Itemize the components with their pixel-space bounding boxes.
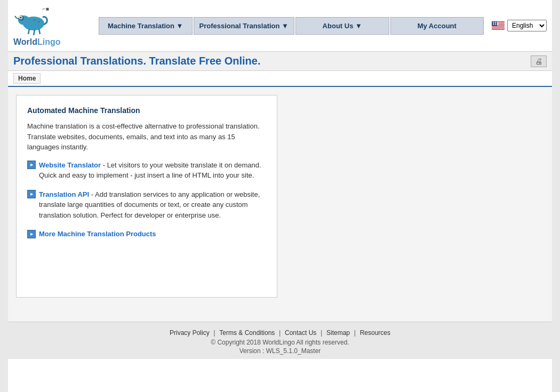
- arrow-icon-3: [27, 230, 36, 238]
- main-content: Automated Machine Translation Machine tr…: [8, 87, 552, 322]
- footer-links: Privacy Policy | Terms & Conditions | Co…: [13, 329, 547, 337]
- translation-api-text: Translation API - Add translation servic…: [39, 189, 266, 221]
- breadcrumb-home[interactable]: Home: [13, 73, 41, 84]
- footer: Privacy Policy | Terms & Conditions | Co…: [8, 322, 552, 359]
- svg-rect-15: [492, 26, 505, 27]
- footer-sitemap[interactable]: Sitemap: [326, 329, 350, 337]
- nav-machine-translation[interactable]: Machine Translation ▼: [99, 17, 193, 35]
- website-translator-item: Website Translator - Let visitors to you…: [27, 160, 266, 181]
- svg-text:⌐■: ⌐■: [43, 6, 49, 12]
- content-intro: Machine translation is a cost-effective …: [27, 121, 266, 153]
- nav-about-us[interactable]: About Us ▼: [295, 17, 389, 35]
- footer-sep-4: |: [354, 329, 358, 337]
- footer-sep-1: |: [213, 329, 217, 337]
- nav-professional-translation[interactable]: Professional Translation ▼: [194, 17, 294, 35]
- print-icon: 🖨: [535, 57, 542, 66]
- more-products-item: More Machine Translation Products: [27, 229, 266, 239]
- page-title: Professional Translations. Translate Fre…: [13, 55, 261, 67]
- more-products-link[interactable]: More Machine Translation Products: [39, 230, 156, 238]
- footer-terms-conditions[interactable]: Terms & Conditions: [219, 329, 275, 337]
- svg-text:★★★: ★★★: [492, 21, 499, 24]
- more-products-text: More Machine Translation Products: [39, 229, 156, 239]
- subheader: Professional Translations. Translate Fre…: [8, 52, 552, 71]
- svg-rect-17: [492, 29, 505, 29]
- footer-copyright: © Copyright 2018 WorldLingo All rights r…: [13, 339, 547, 346]
- svg-point-4: [20, 17, 22, 19]
- arrow-icon-1: [27, 161, 36, 169]
- breadcrumb-bar: Home: [8, 71, 552, 87]
- footer-version: Version : WLS_5.1.0_Master: [13, 347, 547, 355]
- website-translator-text: Website Translator - Let visitors to you…: [39, 160, 266, 181]
- logo-area[interactable]: ⌐■ WorldLingo: [13, 4, 88, 47]
- logo-icon: ⌐■: [13, 4, 51, 36]
- content-heading: Automated Machine Translation: [27, 106, 266, 115]
- translation-api-item: Translation API - Add translation servic…: [27, 189, 266, 221]
- footer-sep-2: |: [279, 329, 283, 337]
- arrow-icon-2: [27, 190, 36, 198]
- translation-api-link[interactable]: Translation API: [39, 190, 89, 198]
- svg-point-9: [38, 21, 40, 23]
- main-nav: Machine Translation ▼ Professional Trans…: [99, 17, 484, 35]
- language-area: ★★★ ★★★ English French German Spanish: [492, 20, 547, 31]
- flag-icon: ★★★ ★★★: [492, 21, 505, 30]
- footer-contact-us[interactable]: Contact Us: [285, 329, 316, 337]
- language-select[interactable]: English French German Spanish: [507, 20, 547, 31]
- header: ⌐■ WorldLingo Machine Translation ▼ Prof…: [8, 0, 552, 52]
- footer-privacy-policy[interactable]: Privacy Policy: [170, 329, 210, 337]
- svg-line-6: [34, 30, 35, 35]
- svg-line-7: [39, 29, 40, 34]
- content-box: Automated Machine Translation Machine tr…: [16, 95, 277, 298]
- svg-line-5: [28, 29, 29, 34]
- print-button[interactable]: 🖨: [531, 55, 547, 67]
- footer-resources[interactable]: Resources: [360, 329, 390, 337]
- website-translator-link[interactable]: Website Translator: [39, 161, 101, 169]
- svg-point-8: [34, 19, 36, 21]
- logo-text[interactable]: WorldLingo: [13, 37, 61, 47]
- footer-sep-3: |: [321, 329, 324, 337]
- svg-rect-16: [492, 27, 505, 28]
- nav-my-account[interactable]: My Account: [390, 17, 484, 35]
